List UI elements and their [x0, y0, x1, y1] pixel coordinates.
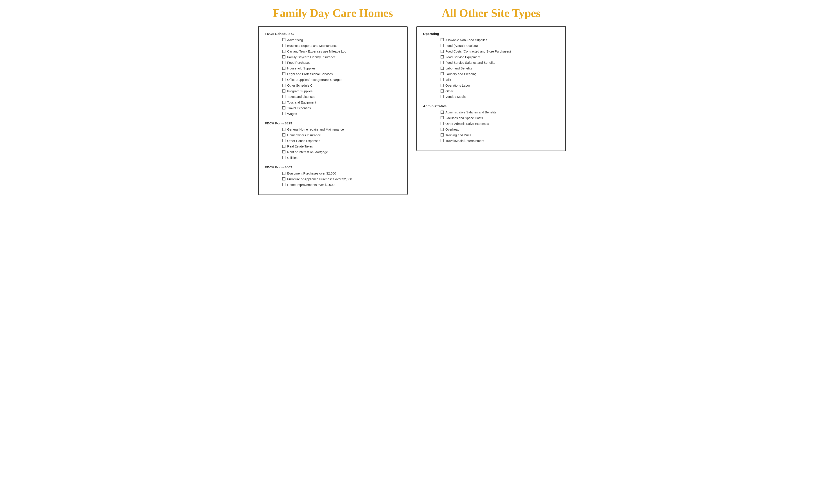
checkbox-icon[interactable] — [440, 128, 444, 131]
right-column-title: All Other Site Types — [416, 7, 566, 19]
section-block-form-4562: FDCH Form 4562Equipment Purchases over $… — [265, 165, 401, 187]
checkbox-list-form-4562: Equipment Purchases over $2,500Furniture… — [282, 172, 401, 187]
checkbox-icon[interactable] — [282, 44, 286, 47]
checkbox-icon[interactable] — [282, 150, 286, 154]
list-item-label: Allowable Non-Food Supplies — [445, 38, 487, 42]
list-item: Food Service Salaries and Benefits — [440, 61, 559, 65]
section-block-administrative: AdministrativeAdministrative Salaries an… — [423, 104, 559, 143]
list-item-label: Milk — [445, 78, 451, 82]
checkbox-icon[interactable] — [440, 122, 444, 125]
checkbox-icon[interactable] — [440, 72, 444, 75]
checkbox-icon[interactable] — [282, 78, 286, 81]
checkbox-icon[interactable] — [440, 139, 444, 142]
checkbox-icon[interactable] — [282, 106, 286, 109]
list-item-label: Administrative Salaries and Benefits — [445, 110, 496, 114]
checkbox-icon[interactable] — [440, 44, 444, 47]
list-item: Program Supplies — [282, 89, 401, 93]
checkbox-icon[interactable] — [282, 89, 286, 93]
checkbox-icon[interactable] — [440, 61, 444, 64]
checkbox-icon[interactable] — [282, 72, 286, 75]
list-item-label: Household Supplies — [287, 66, 316, 71]
checkbox-icon[interactable] — [282, 139, 286, 142]
section-header-administrative: Administrative — [423, 104, 559, 108]
list-item: Overhead — [440, 127, 559, 132]
list-item: Business Reports and Maintenance — [282, 44, 401, 48]
list-item: Office Supplies/Postage/Bank Charges — [282, 78, 401, 82]
list-item-label: Home Improvements over $2,500 — [287, 183, 334, 187]
list-item-label: Training and Dues — [445, 133, 471, 137]
list-item: Milk — [440, 78, 559, 82]
checkbox-icon[interactable] — [440, 50, 444, 53]
checkbox-icon[interactable] — [282, 133, 286, 136]
checkbox-list-administrative: Administrative Salaries and BenefitsFaci… — [440, 110, 559, 143]
checkbox-icon[interactable] — [440, 133, 444, 136]
checkbox-icon[interactable] — [440, 116, 444, 119]
list-item: Wages — [282, 112, 401, 116]
section-block-form-8829: FDCH Form 8829General Home repairs and M… — [265, 121, 401, 160]
section-header-schedule-c: FDCH Schedule C — [265, 32, 401, 36]
list-item-label: Legal and Professional Services — [287, 72, 333, 76]
checkbox-icon[interactable] — [282, 95, 286, 98]
checkbox-list-schedule-c: AdvertisingBusiness Reports and Maintena… — [282, 38, 401, 116]
list-item-label: Facilities and Space Costs — [445, 116, 483, 120]
checkbox-icon[interactable] — [440, 84, 444, 87]
checkbox-icon[interactable] — [282, 172, 286, 175]
checkbox-icon[interactable] — [282, 112, 286, 115]
list-item: Equipment Purchases over $2,500 — [282, 172, 401, 176]
checkbox-icon[interactable] — [282, 128, 286, 131]
checkbox-icon[interactable] — [282, 101, 286, 104]
checkbox-list-operating: Allowable Non-Food SuppliesFood (Actual … — [440, 38, 559, 99]
checkbox-icon[interactable] — [440, 56, 444, 59]
list-item-label: Travel/Meals/Entertainment — [445, 139, 484, 143]
list-item: Vended Meals — [440, 95, 559, 99]
checkbox-icon[interactable] — [282, 50, 286, 53]
checkbox-icon[interactable] — [282, 38, 286, 41]
left-column-title: Family Day Care Homes — [258, 7, 408, 19]
list-item-label: Car and Truck Expenses use Mileage Log — [287, 49, 346, 54]
checkbox-icon[interactable] — [282, 61, 286, 64]
list-item: Food (Actual Receipts) — [440, 44, 559, 48]
list-item-label: Utilities — [287, 156, 298, 160]
list-item: General Home repairs and Maintenance — [282, 127, 401, 132]
list-item-label: Laundry and Cleaning — [445, 72, 477, 76]
list-item-label: Equipment Purchases over $2,500 — [287, 172, 336, 176]
checkbox-icon[interactable] — [440, 67, 444, 70]
checkbox-icon[interactable] — [282, 144, 286, 148]
checkbox-icon[interactable] — [440, 78, 444, 81]
checkbox-list-form-8829: General Home repairs and MaintenanceHome… — [282, 127, 401, 160]
list-item-label: Homeowners Insurance — [287, 133, 321, 137]
list-item: Training and Dues — [440, 133, 559, 137]
checkbox-icon[interactable] — [282, 183, 286, 186]
checkbox-icon[interactable] — [440, 89, 444, 93]
list-item-label: Other House Expenses — [287, 139, 320, 143]
list-item-label: Rent or Interest on Mortgage — [287, 150, 328, 154]
list-item-label: Labor and Benefits — [445, 66, 472, 71]
checkbox-icon[interactable] — [282, 56, 286, 59]
list-item: Taxes and Licenses — [282, 95, 401, 99]
checkbox-icon[interactable] — [440, 95, 444, 98]
list-item: Food Costs (Contracted and Store Purchas… — [440, 49, 559, 54]
list-item-label: Other — [445, 89, 453, 93]
page-wrapper: Family Day Care Homes FDCH Schedule CAdv… — [258, 7, 566, 195]
list-item-label: Taxes and Licenses — [287, 95, 315, 99]
list-item: Travel Expenses — [282, 106, 401, 110]
list-item-label: Other Schedule C — [287, 84, 312, 88]
checkbox-icon[interactable] — [440, 111, 444, 114]
list-item-label: Wages — [287, 112, 297, 116]
checkbox-icon[interactable] — [282, 67, 286, 70]
list-item-label: General Home repairs and Maintenance — [287, 127, 344, 132]
list-item: Other Schedule C — [282, 84, 401, 88]
list-item-label: Other Administrative Expenses — [445, 122, 489, 126]
list-item: Legal and Professional Services — [282, 72, 401, 76]
list-item-label: Vended Meals — [445, 95, 466, 99]
checkbox-icon[interactable] — [282, 177, 286, 181]
list-item-label: Program Supplies — [287, 89, 312, 93]
list-item: Food Purchases — [282, 61, 401, 65]
checkbox-icon[interactable] — [282, 84, 286, 87]
checkbox-icon[interactable] — [440, 38, 444, 41]
section-header-operating: Operating — [423, 32, 559, 36]
checkbox-icon[interactable] — [282, 156, 286, 159]
list-item: Rent or Interest on Mortgage — [282, 150, 401, 154]
list-item-label: Family Daycare Liability Insurance — [287, 55, 336, 59]
list-item: Allowable Non-Food Supplies — [440, 38, 559, 42]
